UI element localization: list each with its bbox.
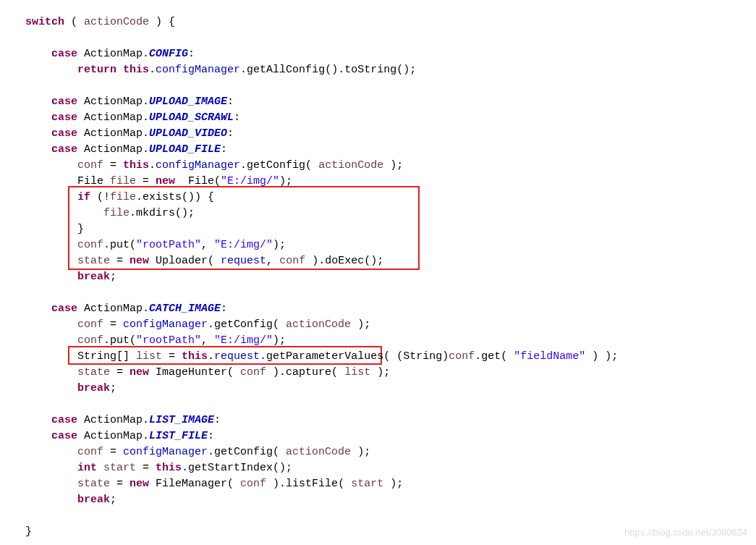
text: ).capture( — [266, 366, 344, 379]
text: .put( — [103, 239, 136, 251]
var-conf: conf — [77, 334, 103, 347]
text: = — [136, 462, 156, 474]
kw-case: case — [51, 143, 77, 156]
text: , — [266, 255, 279, 267]
kw-case: case — [51, 303, 77, 315]
var-file: file — [110, 175, 136, 187]
str-rootpath: "rootPath" — [136, 239, 201, 251]
var-start: start — [103, 462, 136, 474]
text: ActionMap. — [77, 48, 149, 60]
str-rootpath: "rootPath" — [136, 334, 201, 347]
text: ).listFile( — [266, 478, 351, 490]
text: FileManager( — [149, 478, 240, 490]
text: .getParameterValues( (String) — [260, 350, 449, 363]
var-list: list — [344, 366, 370, 379]
text — [116, 64, 123, 76]
var-file: file — [110, 191, 136, 203]
var-actionCode: actionCode — [84, 16, 149, 28]
kw-break: break — [77, 271, 110, 283]
var-conf: conf — [77, 239, 103, 251]
text: ActionMap. — [77, 127, 149, 140]
text: . — [149, 64, 156, 76]
kw-break: break — [77, 494, 110, 506]
text: : — [234, 111, 240, 124]
kw-case: case — [51, 48, 77, 60]
code-block: switch ( actionCode ) { case ActionMap.C… — [25, 14, 756, 540]
field-request: request — [221, 255, 266, 267]
kw-case: case — [51, 430, 77, 442]
text: .getConfig( — [240, 159, 318, 172]
kw-new: new — [129, 255, 149, 267]
var-conf: conf — [279, 255, 305, 267]
field-configmanager: configManager — [156, 64, 240, 76]
kw-this: this — [156, 462, 182, 474]
kw-break: break — [77, 382, 110, 394]
text: .getStartIndex(); — [182, 462, 292, 474]
var-state: state — [77, 366, 110, 379]
text: .put( — [103, 334, 136, 347]
var-conf: conf — [77, 318, 103, 331]
text: } — [77, 223, 84, 235]
var-conf: conf — [240, 366, 266, 379]
kw-this: this — [182, 350, 208, 363]
kw-case: case — [51, 111, 77, 124]
var-conf: conf — [449, 350, 475, 363]
kw-new: new — [129, 366, 149, 379]
text: . — [208, 350, 214, 363]
const-catch-image: CATCH_IMAGE — [149, 303, 221, 315]
kw-new: new — [156, 175, 175, 187]
var-actionCode: actionCode — [318, 159, 383, 172]
text: ; — [110, 494, 116, 506]
text: ; — [110, 271, 116, 283]
field-configmanager: configManager — [156, 159, 240, 172]
text: ); — [273, 239, 286, 251]
text: , — [201, 334, 214, 347]
text: ( — [64, 16, 84, 28]
kw-case: case — [51, 414, 77, 426]
kw-if: if — [77, 191, 90, 203]
kw-this: this — [123, 64, 149, 76]
text: .getConfig( — [208, 318, 286, 331]
text: : — [221, 143, 227, 156]
str-path: "E:/img/" — [221, 175, 279, 187]
text: : — [221, 303, 227, 315]
text: ActionMap. — [77, 143, 149, 156]
var-state: state — [77, 255, 110, 267]
var-file: file — [103, 207, 129, 219]
kw-case: case — [51, 127, 77, 140]
text: : — [214, 414, 221, 426]
const-list-file: LIST_FILE — [149, 430, 208, 442]
text: . — [149, 159, 156, 172]
var-state: state — [77, 478, 110, 490]
text: = — [110, 478, 129, 490]
const-upload-scrawl: UPLOAD_SCRAWL — [149, 111, 234, 124]
text: ); — [279, 175, 292, 187]
text: = — [110, 255, 129, 267]
text: : — [188, 48, 195, 60]
text: = — [110, 366, 129, 379]
var-list: list — [136, 350, 162, 363]
text: : — [227, 96, 234, 108]
const-config: CONFIG — [149, 48, 188, 60]
text: ) { — [149, 16, 175, 28]
text: ActionMap. — [77, 111, 149, 124]
kw-int: int — [77, 462, 97, 474]
text: Uploader( — [149, 255, 221, 267]
text: ); — [383, 478, 403, 490]
text: .getAllConfig().toString(); — [240, 64, 416, 76]
text: ; — [110, 382, 116, 394]
text: ); — [351, 446, 370, 458]
text: : — [208, 430, 214, 442]
var-conf: conf — [77, 446, 103, 458]
kw-switch: switch — [25, 16, 64, 28]
var-conf: conf — [240, 478, 266, 490]
text: : — [227, 127, 234, 140]
text: (! — [90, 191, 110, 203]
str-fieldname: "fieldName" — [514, 350, 585, 363]
field-request: request — [214, 350, 260, 363]
text: = — [103, 318, 123, 331]
var-actionCode: actionCode — [286, 318, 351, 331]
kw-this: this — [123, 159, 149, 172]
const-upload-video: UPLOAD_VIDEO — [149, 127, 227, 140]
text: ActionMap. — [77, 414, 149, 426]
